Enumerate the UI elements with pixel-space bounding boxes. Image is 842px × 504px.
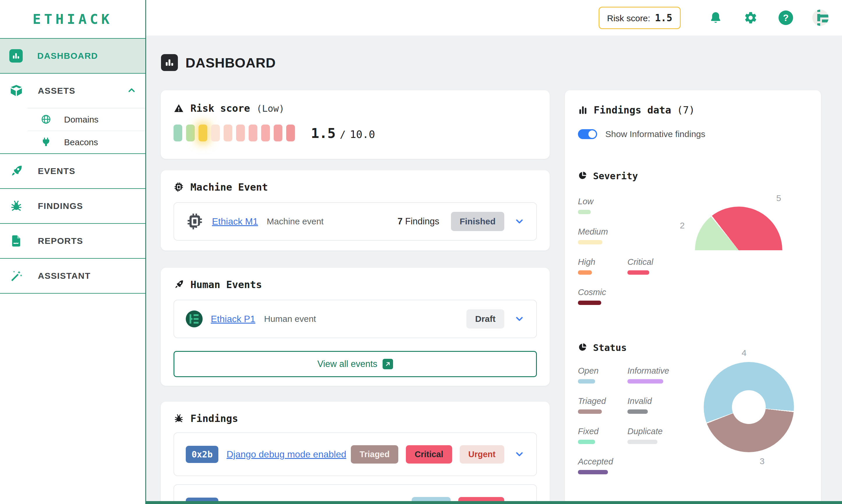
legend-label: Low bbox=[578, 197, 628, 206]
severity-body: LowMediumHighCriticalCosmic 2 5 bbox=[578, 197, 808, 305]
risk-bars bbox=[174, 125, 299, 141]
legend-swatch bbox=[578, 301, 601, 305]
risk-bar bbox=[224, 125, 232, 141]
bug-icon bbox=[174, 413, 184, 424]
event-type-label: Human event bbox=[264, 314, 316, 324]
plug-icon bbox=[41, 137, 52, 148]
status-body: OpenInformativeTriagedInvalidFixedDuplic… bbox=[578, 366, 808, 474]
legend-swatch bbox=[578, 440, 595, 444]
legend-swatch bbox=[578, 410, 602, 414]
severity-chart: 2 5 bbox=[695, 206, 782, 250]
box-icon bbox=[9, 84, 23, 98]
legend-label: High bbox=[578, 257, 628, 267]
legend-swatch bbox=[628, 410, 648, 414]
legend-swatch bbox=[578, 270, 592, 275]
report-file-icon bbox=[9, 234, 23, 248]
settings-gear-icon[interactable] bbox=[743, 11, 758, 25]
chevron-up-icon[interactable] bbox=[127, 85, 137, 96]
chevron-down-icon[interactable] bbox=[514, 314, 525, 324]
chevron-down-icon[interactable] bbox=[514, 449, 525, 460]
sidebar-item-reports[interactable]: REPORTS bbox=[0, 223, 145, 258]
human-event-link[interactable]: Ethiack P1 bbox=[211, 314, 255, 324]
sidebar-item-label: EVENTS bbox=[38, 166, 75, 176]
finding-status-badge: Triaged bbox=[351, 445, 398, 464]
finding-status-badge: Urgent bbox=[460, 445, 504, 464]
sidebar-item-label: ASSETS bbox=[38, 86, 75, 96]
legend-swatch bbox=[578, 240, 602, 245]
legend-label: Cosmic bbox=[578, 288, 628, 297]
finding-status-badge: Critical bbox=[406, 445, 452, 464]
sidebar-item-label: Domains bbox=[64, 115, 99, 125]
app-root: ETHIACK DASHBOARD ASSETS Domains bbox=[0, 0, 842, 504]
notifications-bell-icon[interactable] bbox=[709, 11, 723, 25]
legend-item: Invalid bbox=[628, 396, 669, 414]
informative-toggle-label: Show Informative findings bbox=[605, 129, 705, 139]
informative-toggle[interactable] bbox=[578, 129, 597, 139]
finding-row: 0x2b Django debug mode enabled TriagedCr… bbox=[174, 432, 537, 476]
legend-label: Triaged bbox=[578, 396, 628, 406]
risk-score-meter: 1.5 / 10.0 bbox=[174, 125, 537, 141]
sidebar-item-findings[interactable]: FINDINGS bbox=[0, 188, 145, 223]
risk-bar bbox=[211, 125, 220, 141]
cpu-chip-icon bbox=[174, 182, 184, 192]
sidebar-item-beacons[interactable]: Beacons bbox=[28, 131, 145, 154]
chevron-down-icon[interactable] bbox=[514, 216, 525, 227]
legend-item: Cosmic bbox=[578, 288, 628, 305]
findings-data-panel: Findings data (7) Show Informative findi… bbox=[565, 90, 821, 504]
findings-count: 7 Findings bbox=[398, 216, 439, 227]
sidebar-item-assets[interactable]: ASSETS bbox=[0, 73, 145, 108]
help-icon[interactable]: ? bbox=[778, 11, 793, 25]
findings-card: Findings 0x2b Django debug mode enabled … bbox=[161, 401, 550, 504]
view-all-events-button[interactable]: View all events bbox=[174, 351, 537, 377]
pie-chart-icon bbox=[578, 342, 587, 353]
severity-legend: LowMediumHighCriticalCosmic bbox=[578, 197, 653, 305]
view-all-events-label: View all events bbox=[317, 359, 377, 369]
sidebar-item-domains[interactable]: Domains bbox=[28, 108, 145, 131]
human-events-card: Human Events Ethiack P1 Human event Draf… bbox=[161, 268, 550, 386]
user-avatar[interactable] bbox=[812, 10, 829, 26]
external-link-icon bbox=[383, 359, 393, 369]
status-open-value: 4 bbox=[741, 348, 747, 358]
legend-item: Open bbox=[578, 366, 628, 383]
sidebar-item-label: DASHBOARD bbox=[37, 51, 98, 61]
legend-item: Low bbox=[578, 197, 628, 214]
risk-bar bbox=[198, 125, 207, 141]
legend-label: Duplicate bbox=[628, 427, 669, 436]
human-card-header: Human Events bbox=[174, 279, 537, 290]
risk-bar bbox=[174, 125, 182, 141]
status-triaged-value: 3 bbox=[760, 456, 765, 466]
toggle-knob bbox=[589, 130, 596, 138]
sidebar-assets-children: Domains Beacons bbox=[0, 108, 145, 154]
machine-card-title: Machine Event bbox=[190, 181, 268, 193]
risk-score-value: 1.5 / 10.0 bbox=[311, 125, 375, 141]
status-donut bbox=[704, 362, 794, 452]
finding-link[interactable]: Django debug mode enabled bbox=[227, 449, 346, 460]
risk-bar bbox=[236, 125, 245, 141]
sidebar-item-dashboard[interactable]: DASHBOARD bbox=[0, 38, 145, 73]
risk-score-max: 10.0 bbox=[350, 128, 375, 140]
risk-score-badge[interactable]: Risk score: 1.5 bbox=[599, 7, 681, 29]
finding-badges: TriagedCriticalUrgent bbox=[351, 445, 504, 464]
machine-card-header: Machine Event bbox=[174, 181, 537, 193]
legend-swatch bbox=[578, 210, 591, 214]
findings-data-header: Findings data (7) bbox=[578, 104, 808, 116]
findings-count-label: Findings bbox=[403, 216, 439, 227]
risk-bar bbox=[249, 125, 257, 141]
severity-title: Severity bbox=[593, 170, 638, 182]
status-legend: OpenInformativeTriagedInvalidFixedDuplic… bbox=[578, 366, 669, 474]
sidebar-item-events[interactable]: EVENTS bbox=[0, 154, 145, 188]
legend-swatch bbox=[628, 379, 663, 383]
pie-chart-icon bbox=[578, 171, 587, 181]
question-mark-icon: ? bbox=[778, 11, 793, 25]
machine-event-card: Machine Event Ethiack M1 Machine event 7… bbox=[161, 170, 550, 251]
machine-event-link[interactable]: Ethiack M1 bbox=[212, 216, 258, 227]
severity-half-pie bbox=[695, 206, 782, 250]
status-section: Status OpenInformativeTriagedInvalidFixe… bbox=[578, 342, 808, 474]
sidebar-item-assistant[interactable]: ASSISTANT bbox=[0, 258, 145, 293]
warning-triangle-icon bbox=[174, 103, 184, 113]
dashboard-icon bbox=[9, 49, 23, 62]
legend-label: Accepted bbox=[578, 457, 628, 466]
risk-score-divider: / bbox=[340, 129, 346, 140]
severity-low-value: 2 bbox=[680, 220, 685, 231]
legend-item: Fixed bbox=[578, 427, 628, 444]
